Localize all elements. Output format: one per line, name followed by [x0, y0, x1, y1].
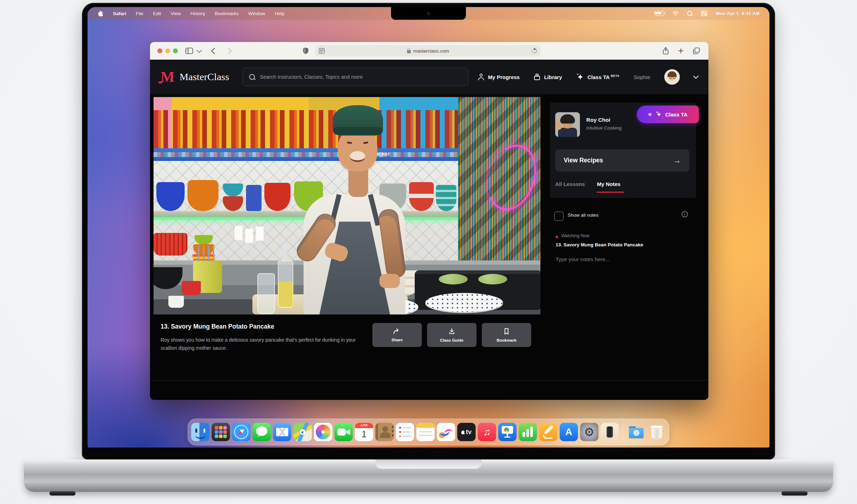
- dock-contacts[interactable]: [376, 423, 394, 441]
- menu-item-help[interactable]: Help: [275, 11, 284, 16]
- video-art-utensils: [198, 246, 217, 261]
- dock-tv[interactable]: tv: [457, 423, 476, 441]
- bookmark-lesson-button[interactable]: Bookmark: [482, 323, 531, 347]
- dock-freeform[interactable]: [437, 423, 455, 441]
- dock-numbers[interactable]: [519, 423, 537, 441]
- video-player[interactable]: PAPER HAT: [154, 95, 540, 314]
- address-bar[interactable]: masterclass.com: [315, 45, 541, 56]
- control-center-icon[interactable]: [701, 11, 707, 16]
- forward-button[interactable]: [226, 42, 231, 60]
- view-recipes-button[interactable]: View Recipes →: [555, 149, 689, 172]
- active-tab-underline: [597, 192, 624, 193]
- dock-reminders[interactable]: [396, 423, 414, 441]
- video-art-cup: [246, 185, 262, 211]
- new-tab-icon[interactable]: +: [678, 42, 684, 60]
- dock-calendar[interactable]: APR 1: [355, 423, 373, 441]
- dock-downloads[interactable]: ↓: [627, 423, 646, 441]
- dock-messages[interactable]: [253, 423, 271, 441]
- video-art-carafe: [257, 273, 275, 314]
- video-art-banner: PAPER HAT: [154, 148, 458, 161]
- safari-toolbar: masterclass.com +: [150, 42, 708, 60]
- apple-menu-icon[interactable]: [98, 10, 103, 17]
- dock-photos[interactable]: [314, 423, 332, 441]
- dock-launchpad[interactable]: [212, 423, 230, 441]
- menu-item-safari[interactable]: Safari: [113, 11, 126, 16]
- site-search-input[interactable]: Search Instructors, Classes, Topics and …: [242, 68, 468, 86]
- menu-item-edit[interactable]: Edit: [153, 11, 161, 16]
- show-all-notes-checkbox[interactable]: [554, 211, 564, 221]
- battery-icon[interactable]: [654, 11, 664, 16]
- dock: APR 1: [188, 419, 670, 445]
- class-guide-button[interactable]: Class Guide: [427, 323, 477, 347]
- wifi-icon[interactable]: [672, 11, 679, 16]
- dock-trash[interactable]: [648, 423, 666, 441]
- lock-icon: [407, 50, 411, 53]
- video-art-bowl: [436, 185, 456, 211]
- tab-my-notes[interactable]: My Notes: [597, 181, 621, 187]
- display-notch: [391, 7, 466, 20]
- show-all-notes-label: Show all notes: [568, 212, 599, 218]
- reader-view-icon[interactable]: [319, 48, 325, 55]
- dock-maps[interactable]: [294, 423, 312, 441]
- person-icon: [478, 73, 484, 80]
- download-icon: [448, 328, 455, 335]
- nav-my-progress[interactable]: My Progress: [478, 73, 520, 80]
- account-chevron-down-icon[interactable]: [693, 73, 699, 79]
- dock-finder[interactable]: [191, 423, 210, 441]
- nav-class-ta[interactable]: Class TABETA: [576, 73, 619, 81]
- menu-item-bookmarks[interactable]: Bookmarks: [215, 11, 239, 16]
- minimize-window-button[interactable]: [165, 48, 170, 53]
- masterclass-wordmark[interactable]: MasterClass: [180, 71, 229, 83]
- class-ta-button[interactable]: « Class TA: [637, 106, 699, 123]
- lesson-description: Roy shows you how to make a delicious sa…: [161, 336, 358, 352]
- lesson-actions: Share Class Guide Bookmark: [372, 323, 531, 347]
- menu-item-view[interactable]: View: [171, 11, 181, 16]
- dock-facetime[interactable]: [335, 423, 353, 441]
- close-window-button[interactable]: [157, 48, 162, 53]
- menu-item-history[interactable]: History: [191, 11, 205, 16]
- menu-item-window[interactable]: Window: [248, 11, 265, 16]
- video-art-basket: [154, 233, 187, 256]
- reload-icon[interactable]: [531, 47, 538, 54]
- nav-library[interactable]: Library: [534, 73, 562, 80]
- instructor-name: Roy Choi: [586, 117, 622, 123]
- watching-now-label: Watching Now: [561, 233, 589, 238]
- back-button[interactable]: [212, 42, 217, 60]
- info-icon[interactable]: [681, 211, 688, 219]
- current-lesson-title: 13. Savory Mung Bean Potato Pancake: [556, 242, 643, 247]
- dock-appstore[interactable]: A: [560, 423, 578, 441]
- video-art-chef-neck: [348, 167, 368, 197]
- notes-input[interactable]: Type your notes here...: [556, 256, 610, 262]
- tab-overview-icon[interactable]: [693, 42, 700, 60]
- dock-music[interactable]: ♫: [478, 423, 496, 441]
- video-art-chef-hand: [379, 274, 400, 288]
- spotlight-search-icon[interactable]: [687, 11, 693, 16]
- menu-clock[interactable]: Mon Apr 1 9:41 AM: [716, 11, 760, 16]
- class-panel: Roy Choi Intuitive Cooking « Class TA Vi…: [550, 103, 696, 198]
- zoom-window-button[interactable]: [173, 48, 178, 53]
- instructor-photo: [555, 112, 580, 137]
- dock-keynote[interactable]: [498, 423, 517, 441]
- video-art-pancake: [478, 274, 507, 284]
- share-lesson-button[interactable]: Share: [372, 323, 422, 347]
- share-icon[interactable]: [663, 42, 669, 60]
- dock-settings[interactable]: ⚙: [580, 423, 599, 441]
- tab-all-lessons[interactable]: All Lessons: [555, 181, 585, 187]
- macbook-base: [24, 460, 833, 492]
- masterclass-logo-icon[interactable]: M: [161, 70, 175, 84]
- dock-safari[interactable]: [232, 423, 251, 441]
- dock-pages[interactable]: [539, 423, 558, 441]
- dock-iphone-mirroring[interactable]: [601, 423, 619, 441]
- video-art-top-strip: [154, 95, 540, 97]
- avatar[interactable]: [664, 69, 680, 85]
- video-art-red-cup: [182, 281, 201, 295]
- sidebar-toggle-icon[interactable]: [185, 42, 193, 60]
- share-arrow-icon: [393, 328, 401, 335]
- sidebar-chevron-icon[interactable]: [197, 42, 201, 60]
- video-art-oil-bottle: [278, 260, 293, 308]
- user-name[interactable]: Sophie: [634, 74, 650, 80]
- dock-notes[interactable]: [416, 423, 435, 441]
- menu-item-file[interactable]: File: [136, 11, 144, 16]
- privacy-shield-icon[interactable]: [302, 42, 309, 60]
- dock-mail[interactable]: [273, 423, 292, 441]
